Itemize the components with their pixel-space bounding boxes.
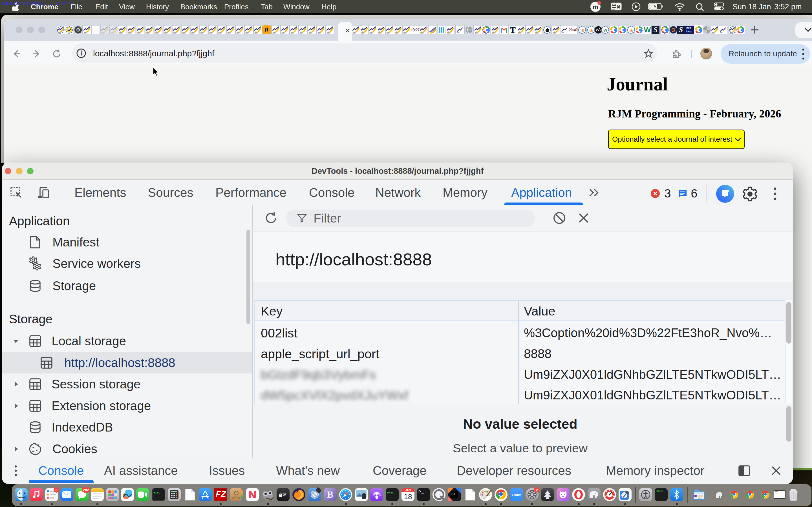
svg-text:⌘: ⌘ — [617, 5, 620, 9]
svg-text:w: w — [603, 27, 607, 33]
svg-text:O: O — [671, 27, 675, 33]
